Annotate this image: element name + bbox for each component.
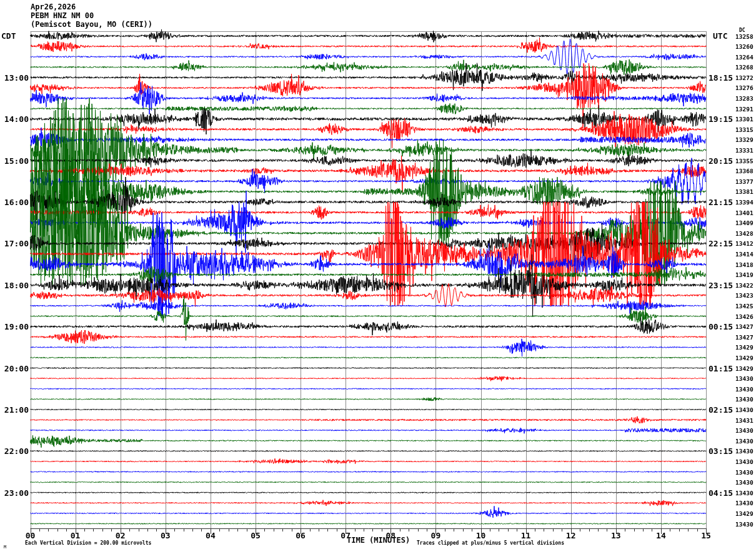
hour-label-left: 13:00 <box>0 73 29 82</box>
trace-counter-value: 13315 <box>735 126 754 133</box>
corner-mark: M <box>4 545 6 550</box>
hour-label-right: 02:15 <box>709 405 733 414</box>
hour-label-left: 20:00 <box>0 363 29 373</box>
x-tick-label: 00 <box>26 531 36 540</box>
trace-counter-value: 13264 <box>735 53 754 60</box>
trace-counter-value: 13394 <box>735 199 754 206</box>
trace-counter-value: 13430 <box>735 427 754 434</box>
trace-counter-value: 13428 <box>735 229 754 236</box>
hour-label-right: 21:15 <box>709 198 733 207</box>
trace-counter-value: 13429 <box>735 510 754 516</box>
hour-label-left: 16:00 <box>0 198 29 207</box>
x-axis-title: TIME (MINUTES) <box>347 536 410 545</box>
trace-counter-value: 13283 <box>735 95 754 102</box>
station-location: (Pemiscot Bayou, MO (CERI)) <box>31 20 152 29</box>
trace-counter-value: 13268 <box>735 64 754 71</box>
hour-label-right: 20:15 <box>709 156 733 165</box>
trace-counter-value: 13430 <box>735 396 754 403</box>
trace-counter-value: 13430 <box>735 458 754 465</box>
trace-counter-value: 13426 <box>735 313 754 320</box>
trace-counter-value: 13430 <box>735 468 754 475</box>
trace-counter-value: 13430 <box>735 385 754 392</box>
hour-label-right: 04:15 <box>709 488 733 497</box>
trace-counter-value: 13377 <box>735 178 754 184</box>
trace-counter-value: 13401 <box>735 209 754 216</box>
trace-counter-value: 13272 <box>735 74 754 81</box>
hour-label-left: 22:00 <box>0 446 29 456</box>
x-tick-label: 04 <box>206 531 216 540</box>
trace-counter-value: 13260 <box>735 43 754 50</box>
trace-counter-value: 13381 <box>735 188 754 195</box>
hour-label-left: 21:00 <box>0 405 29 414</box>
x-tick-label: 10 <box>476 531 486 540</box>
x-tick-label: 09 <box>431 531 441 540</box>
trace-counter-value: 13430 <box>735 375 754 382</box>
trace-counter-value: 13425 <box>735 302 754 309</box>
trace-counter-value: 13423 <box>735 292 754 299</box>
seismogram-trace-canvas <box>0 0 756 554</box>
trace-counter-value: 13301 <box>735 116 754 123</box>
x-tick-label: 06 <box>296 531 306 540</box>
header-date: Apr26,2026 <box>31 3 76 11</box>
trace-counter-value: 13429 <box>735 354 754 361</box>
station-code: PEBM HNZ NM 00 <box>31 11 94 20</box>
trace-counter-value: 13418 <box>735 261 754 268</box>
trace-counter-value: 13427 <box>735 333 754 340</box>
hour-label-right: 01:15 <box>709 363 733 373</box>
trace-counter-value: 13331 <box>735 147 754 154</box>
helicorder-page: { "header": { "date": "Apr26,2026", "sta… <box>0 0 756 554</box>
x-tick-label: 14 <box>656 531 666 540</box>
hour-label-right: 00:15 <box>709 322 733 331</box>
hour-label-left: 18:00 <box>0 280 29 290</box>
trace-counter-value: 13430 <box>735 406 754 413</box>
trace-counter-value: 13431 <box>735 416 754 423</box>
trace-counter-value: 13368 <box>735 168 754 174</box>
trace-counter-value: 13412 <box>735 240 754 247</box>
hour-label-left: 14:00 <box>0 114 29 124</box>
x-tick-label: 13 <box>611 531 621 540</box>
x-tick-label: 11 <box>521 531 531 540</box>
trace-counter-value: 13419 <box>735 271 754 278</box>
trace-counter-value: 13429 <box>735 365 754 371</box>
trace-counter-value: 13355 <box>735 157 754 164</box>
hour-label-left: 23:00 <box>0 488 29 497</box>
trace-counter-value: 13258 <box>735 33 754 39</box>
trace-counter-value: 13276 <box>735 84 754 91</box>
trace-counter-value: 13409 <box>735 219 754 226</box>
hour-label-right: 22:15 <box>709 239 733 248</box>
trace-counter-value: 13430 <box>735 489 754 496</box>
trace-counter-value: 13430 <box>735 500 754 506</box>
x-tick-label: 12 <box>566 531 576 540</box>
trace-counter-value: 13422 <box>735 281 754 288</box>
x-tick-label: 01 <box>71 531 81 540</box>
trace-counter-value: 13430 <box>735 520 754 527</box>
trace-counter-value: 13430 <box>735 437 754 444</box>
trace-counter-value: 13429 <box>735 344 754 351</box>
hour-label-right: 18:15 <box>709 73 733 82</box>
hour-label-right: 23:15 <box>709 280 733 290</box>
hour-label-left: 19:00 <box>0 322 29 331</box>
hour-label-left: 15:00 <box>0 156 29 165</box>
x-tick-label: 15 <box>701 531 711 540</box>
scale-note: Each Vertical Division = 200.00 microvol… <box>25 540 151 546</box>
trace-counter-value: 13427 <box>735 323 754 330</box>
x-tick-label: 05 <box>251 531 261 540</box>
trace-counter-value: 13430 <box>735 448 754 455</box>
trace-counter-value: 13291 <box>735 105 754 112</box>
right-timezone-label: UTC <box>713 31 727 41</box>
clip-note: Traces clipped at plus/minus 5 vertical … <box>417 540 564 546</box>
x-tick-label: 02 <box>116 531 126 540</box>
hour-label-left: 17:00 <box>0 239 29 248</box>
trace-counter-value: 13414 <box>735 251 754 258</box>
trace-counter-value: 13430 <box>735 479 754 486</box>
trace-counter-value: 13329 <box>735 136 754 143</box>
hour-label-right: 03:15 <box>709 446 733 456</box>
x-tick-label: 03 <box>161 531 171 540</box>
hour-label-right: 19:15 <box>709 114 733 124</box>
left-timezone-label: CDT <box>1 31 16 41</box>
